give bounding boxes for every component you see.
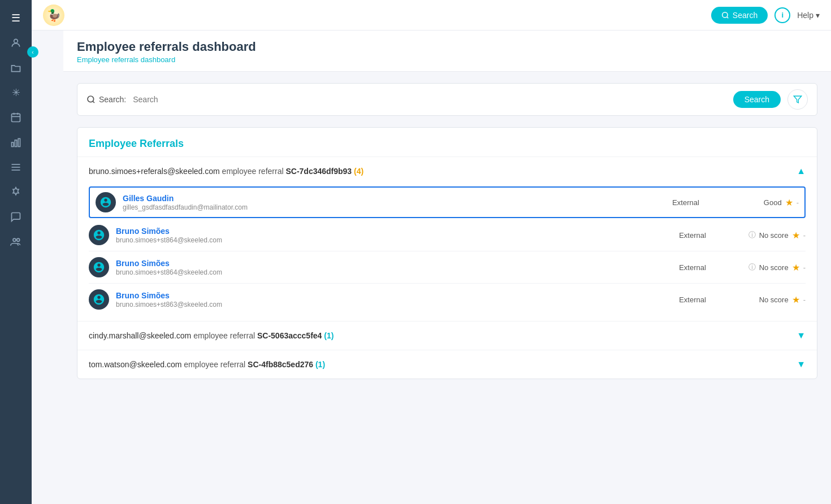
svg-point-11 <box>13 238 16 241</box>
referral-group-header-text: bruno.simoes+referals@skeeled.com employ… <box>89 167 363 176</box>
referral-group: bruno.simoes+referals@skeeled.com employ… <box>77 157 817 321</box>
candidate-email: gilles_gsdfasdfasdfaudin@mailinator.com <box>123 203 652 211</box>
group-code: SC-4fb88c5ed276 <box>248 360 313 369</box>
referrals-section: Employee Referrals bruno.simoes+referals… <box>77 127 817 379</box>
group-icon[interactable] <box>5 231 27 253</box>
candidate-source: External <box>659 296 726 304</box>
svg-rect-6 <box>15 140 16 147</box>
sidebar: ☰ ✳ <box>0 0 32 504</box>
candidate-score: ⓘ No score ★ - <box>726 230 806 241</box>
chat-icon[interactable] <box>5 206 27 228</box>
referral-item: Bruno Simões bruno.simoes+st863@skeeled.… <box>89 284 806 315</box>
main-area: 🦆 Search i Help ▾ ‹ Employee referrals d… <box>63 31 831 504</box>
page-header: Employee referrals dashboard Employee re… <box>63 31 831 72</box>
candidate-score: Good ★ - <box>720 197 799 208</box>
referral-item: Gilles Gaudin gilles_gsdfasdfasdfaudin@m… <box>89 186 806 218</box>
breadcrumb[interactable]: Employee referrals dashboard <box>77 55 175 64</box>
star-icon[interactable]: ★ <box>792 262 800 273</box>
candidate-score: No score ★ - <box>726 294 806 305</box>
candidate-source: External <box>659 231 726 240</box>
chevron-up-icon: ▲ <box>797 166 806 176</box>
group-count: (4) <box>354 167 363 176</box>
group-count: (1) <box>324 331 334 340</box>
candidate-email: bruno.simoes+st864@skeeled.com <box>116 236 659 244</box>
search-input[interactable] <box>133 95 726 104</box>
people-icon[interactable] <box>5 32 27 54</box>
folder-icon[interactable] <box>5 57 27 79</box>
svg-point-0 <box>14 39 18 43</box>
score-info-icon: ⓘ <box>748 230 756 240</box>
candidate-name[interactable]: Bruno Simões <box>116 259 659 268</box>
group-code: SC-5063accc5fe4 <box>257 331 322 340</box>
candidate-score: ⓘ No score ★ - <box>726 262 806 273</box>
svg-rect-1 <box>12 114 20 121</box>
candidate-info: Bruno Simões bruno.simoes+st864@skeeled.… <box>116 259 659 276</box>
content-area: Search: Search Employee Referrals bruno.… <box>63 72 831 504</box>
group-code: SC-7dc346df9b93 <box>285 167 352 176</box>
referral-group-header-text: tom.watson@skeeled.com employee referral… <box>89 360 325 369</box>
svg-marker-17 <box>794 96 801 103</box>
referral-group: cindy.marshall@skeeled.com employee refe… <box>77 321 817 350</box>
menu-icon[interactable]: ☰ <box>5 7 27 29</box>
svg-rect-7 <box>18 138 20 146</box>
candidate-info: Bruno Simões bruno.simoes+st864@skeeled.… <box>116 227 659 244</box>
candidate-email: bruno.simoes+st863@skeeled.com <box>116 301 659 309</box>
referral-group-header[interactable]: cindy.marshall@skeeled.com employee refe… <box>77 321 817 350</box>
referral-group-header[interactable]: tom.watson@skeeled.com employee referral… <box>77 350 817 379</box>
candidate-email: bruno.simoes+st864@skeeled.com <box>116 268 659 276</box>
calendar-icon[interactable] <box>5 106 27 129</box>
puzzle-icon[interactable] <box>5 181 27 203</box>
group-email: bruno.simoes+referals@skeeled.com <box>89 167 220 176</box>
candidate-source: External <box>652 198 720 207</box>
filter-button[interactable] <box>787 89 808 110</box>
search-label: Search: <box>86 95 126 104</box>
section-title: Employee Referrals <box>77 128 817 157</box>
referral-item: Bruno Simões bruno.simoes+st864@skeeled.… <box>89 219 806 251</box>
list-icon[interactable] <box>5 156 27 179</box>
candidate-avatar <box>89 289 109 310</box>
page-title: Employee referrals dashboard <box>77 40 817 54</box>
referral-item: Bruno Simões bruno.simoes+st864@skeeled.… <box>89 251 806 284</box>
svg-point-15 <box>88 96 94 102</box>
referral-items: Gilles Gaudin gilles_gsdfasdfasdfaudin@m… <box>77 186 817 321</box>
candidate-avatar <box>89 257 109 277</box>
group-email: cindy.marshall@skeeled.com <box>89 331 191 340</box>
star-icon[interactable]: ★ <box>785 197 793 208</box>
candidate-name[interactable]: Bruno Simões <box>116 227 659 236</box>
score-info-icon: ⓘ <box>748 262 756 272</box>
candidate-name[interactable]: Gilles Gaudin <box>123 194 652 203</box>
asterisk-icon[interactable]: ✳ <box>5 81 27 104</box>
star-icon[interactable]: ★ <box>792 230 800 241</box>
search-submit-button[interactable]: Search <box>733 91 781 108</box>
referral-group-header[interactable]: bruno.simoes+referals@skeeled.com employ… <box>77 157 817 185</box>
svg-point-12 <box>17 238 20 241</box>
candidate-name[interactable]: Bruno Simões <box>116 291 659 300</box>
star-icon[interactable]: ★ <box>792 294 800 305</box>
chevron-down-icon: ▼ <box>797 331 806 341</box>
candidate-avatar <box>96 192 116 212</box>
group-email: tom.watson@skeeled.com <box>89 360 181 369</box>
group-count: (1) <box>315 360 325 369</box>
candidate-avatar <box>89 225 109 245</box>
chevron-down-icon: ▼ <box>797 359 806 370</box>
svg-line-16 <box>93 101 94 103</box>
candidate-info: Gilles Gaudin gilles_gsdfasdfasdfaudin@m… <box>123 194 652 211</box>
svg-rect-5 <box>12 142 14 147</box>
referral-group: tom.watson@skeeled.com employee referral… <box>77 350 817 379</box>
chart-icon[interactable] <box>5 131 27 154</box>
referral-group-header-text: cindy.marshall@skeeled.com employee refe… <box>89 331 334 340</box>
search-bar-container: Search: Search <box>77 83 817 116</box>
candidate-info: Bruno Simões bruno.simoes+st863@skeeled.… <box>116 291 659 309</box>
candidate-source: External <box>659 263 726 272</box>
